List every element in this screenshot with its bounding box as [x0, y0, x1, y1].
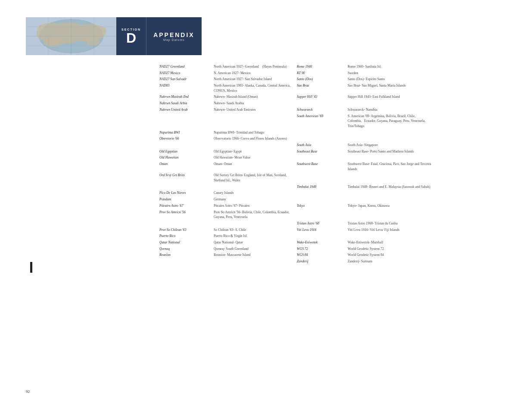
entry-desc: Schwarzeck- Namibia	[348, 107, 434, 113]
entry-desc: Rome 1940- Sardinia Isl.	[348, 64, 434, 70]
entry-name: Old Hawaiian	[159, 155, 210, 161]
entry-desc: North American 1927- San Salvador Island	[214, 76, 293, 83]
entry-desc: Viti Levu 1916- Viti Levu/ Fiji Islands	[348, 227, 434, 234]
spacer	[159, 184, 210, 190]
entry-name: WGS 84	[297, 252, 344, 258]
spacer	[159, 221, 210, 227]
entry-desc: North American 1927- Greenland (Hayes Pe…	[214, 64, 293, 70]
entry-name: NAD83	[159, 83, 210, 94]
entry-name-oman: Oman	[159, 161, 210, 172]
entry-name: Southeast Base	[297, 149, 344, 155]
entry-name-old-egyptian: Old Egyptian	[159, 149, 210, 155]
entry-name: Sapper Hill '43	[297, 94, 344, 100]
spacer	[348, 130, 434, 136]
spacer	[348, 100, 434, 107]
entry-name: WGS 72	[297, 246, 344, 252]
entry-name: Schwarzeck	[297, 107, 344, 113]
spacer	[348, 233, 434, 240]
entry-desc: Tokyo- Japan, Korea, Okinawa	[348, 203, 434, 209]
section-letter: D	[126, 31, 136, 45]
entry-desc: Southeast Base- Porto Santo and Madiera …	[348, 149, 434, 155]
entry-desc: Naparima BWI- Trinidad and Tobago	[214, 130, 293, 136]
spacer	[159, 142, 210, 149]
spacer	[297, 209, 344, 221]
entry-name: Sao Braz	[297, 83, 344, 94]
spacer	[159, 113, 210, 130]
entry-name: Obsrvtorio '66	[159, 136, 210, 142]
spacer	[297, 233, 344, 240]
entry-name: Viti Levu 1916	[297, 227, 344, 234]
main-content: NAD27 Greenland North American 1927- Gre…	[26, 64, 506, 394]
spacer	[348, 190, 434, 196]
entry-desc: Germany	[214, 196, 293, 203]
entry-name: Pitcairn Astro '67	[159, 203, 210, 209]
spacer	[297, 136, 344, 142]
entry-desc: Nahrwn- Saudi Arabia	[214, 100, 293, 107]
spacer	[297, 172, 344, 184]
entry-desc: North American 1983- Alaska, Canada, Cen…	[214, 83, 293, 94]
spacer	[297, 100, 344, 107]
entry-desc: Nahrwn- Masirah Island (Oman)	[214, 94, 293, 100]
entry-name: Zanderij	[297, 258, 344, 265]
entry-desc: Old Egyptian- Egypt	[214, 149, 293, 155]
entry-desc: Reunion- Mascarene Island	[214, 252, 293, 258]
entry-desc: Sao Braz- Sao Miguel, Santa Maria Island…	[348, 83, 434, 94]
entry-name: NAD27 San Salvadr	[159, 76, 210, 83]
entry-name: Ord Srvy Grt Britn	[159, 172, 210, 184]
appendix-word: APPENDIX	[153, 31, 195, 38]
entry-desc: Qornoq- South Greenland	[214, 246, 293, 252]
appendix-label-block: APPENDIX Map Datums	[146, 17, 202, 55]
entry-desc: South Asia- Singapore	[348, 142, 434, 149]
entry-name: Puerto Rico	[159, 233, 210, 240]
spacer	[348, 155, 434, 161]
entry-name: Southwest Base	[297, 161, 344, 172]
entry-name: Prov So Amricn '56	[159, 209, 210, 221]
entry-name: NAD27 Greenland	[159, 64, 210, 70]
header: SECTION D APPENDIX Map Datums	[26, 17, 506, 55]
spacer	[214, 221, 293, 227]
entry-desc: So Chilean '63- S. Chile	[214, 227, 293, 234]
entry-desc: Observatorio 1966- Corvo and Flores Isla…	[214, 136, 293, 142]
entry-desc: Sweden	[348, 70, 434, 77]
spacer	[297, 130, 344, 136]
entry-name: South American '69	[297, 113, 344, 130]
page: SECTION D APPENDIX Map Datums NAD27 Gree…	[0, 0, 532, 411]
entry-desc: Zanderij- Surinam	[348, 258, 434, 265]
entry-desc: World Geodetic System 84	[348, 252, 434, 258]
entry-name: Naparima BWI	[159, 130, 210, 136]
spacer	[348, 209, 434, 221]
entry-desc: Timbalai 1948- Brunei and E. Malaysia (S…	[348, 184, 434, 190]
section-badge: SECTION D APPENDIX Map Datums	[26, 17, 202, 55]
spacer	[297, 155, 344, 161]
spacer	[348, 172, 434, 184]
entry-desc: Wake-Eniwetok- Marshall	[348, 240, 434, 246]
spacer	[159, 258, 210, 265]
entry-name: Nahrwn Masirah Ilnd	[159, 94, 210, 100]
entry-desc: Oman- Oman	[214, 161, 293, 172]
spacer	[348, 196, 434, 203]
spacer	[214, 113, 293, 130]
entry-desc: Tristan Astro 1968- Tristan da Cunha	[348, 221, 434, 227]
vertical-bar	[30, 262, 32, 273]
entry-name: NAD27 Mexico	[159, 70, 210, 77]
map-globe-icon	[26, 17, 116, 55]
entry-name: Nahrwn United Arab	[159, 107, 210, 113]
entry-name: Timbalai 1948	[297, 184, 344, 190]
entry-name: RT 90	[297, 70, 344, 77]
entry-name: Potsdam	[159, 196, 210, 203]
spacer	[214, 142, 293, 149]
entry-name: Qatar National	[159, 240, 210, 246]
data-table: NAD27 Greenland North American 1927- Gre…	[159, 64, 506, 394]
page-number: 92	[26, 389, 30, 394]
map-area	[26, 17, 116, 55]
spacer	[297, 190, 344, 196]
entry-name: Nahrwn Saudi Arbia	[159, 100, 210, 107]
entry-desc: N. American 1927- Mexico	[214, 70, 293, 77]
entry-name: Reunion	[159, 252, 210, 258]
entry-desc: Prov So Amricn '56- Bolivia, Chile, Colo…	[214, 209, 293, 221]
entry-desc: Nahrwn- United Arab Emirates	[214, 107, 293, 113]
spacer	[214, 258, 293, 265]
entry-name: Rome 1940	[297, 64, 344, 70]
entry-desc: Pitcairn Astro '67- Pitcairn	[214, 203, 293, 209]
entry-desc: World Geodetic System 72	[348, 246, 434, 252]
